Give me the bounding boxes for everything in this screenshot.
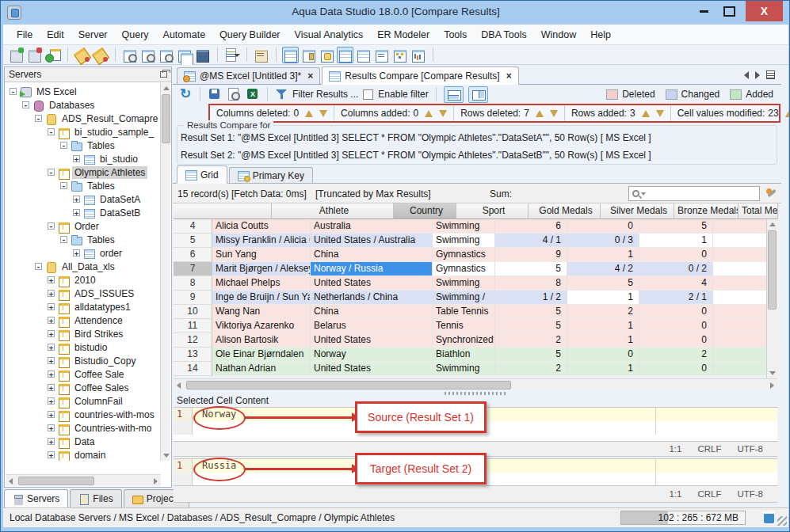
grid-cell[interactable]: 4 / 2	[567, 262, 639, 276]
tree-expander[interactable]: -	[48, 169, 55, 176]
grid-view-icon[interactable]	[282, 47, 299, 63]
menu-item[interactable]: Help	[583, 29, 618, 40]
grid-cell[interactable]: 5	[639, 219, 713, 234]
table-row[interactable]: 7 Marit Bjørgen / Aleksey Ne Norway / Ru…	[174, 262, 777, 276]
grid-cell[interactable]: Swimming	[433, 276, 495, 291]
tree-item[interactable]: + order	[6, 246, 161, 260]
grid-cell[interactable]: Synchronized	[433, 333, 495, 348]
grid-cell[interactable]: 0	[639, 333, 713, 348]
tree-item[interactable]: + Coffee Sales	[6, 381, 161, 394]
document-tab[interactable]: @MS Excel [Untitled 3]* ×	[177, 67, 320, 84]
grid-cell[interactable]: Inge de Bruijn / Sun Yang	[212, 291, 311, 305]
panel-splitter-handle[interactable]	[445, 392, 508, 395]
row-number-cell[interactable]: 11	[174, 319, 212, 333]
tree-item[interactable]: - Tables	[6, 179, 161, 192]
grid-cell[interactable]: United States	[311, 333, 433, 348]
scroll-right-arrow-icon[interactable]	[770, 382, 774, 389]
grid-tab[interactable]: Grid	[177, 165, 227, 184]
tree-expander[interactable]: +	[48, 424, 55, 431]
grid-cell[interactable]: 0 / 2	[639, 262, 713, 276]
scrollbar-thumb[interactable]	[18, 477, 94, 485]
grid-cell[interactable]: Gymnastics	[433, 248, 495, 262]
table-editor-icon[interactable]	[194, 47, 211, 63]
grid-cell[interactable]: Biathlon	[433, 348, 495, 362]
tree-item[interactable]: + Coffee Sale	[6, 367, 161, 381]
column-header[interactable]: Bronze Medals	[674, 203, 738, 219]
tree-expander[interactable]: +	[48, 451, 55, 458]
next-diff-arrow-icon[interactable]	[439, 110, 447, 117]
grid-cell[interactable]: 5	[495, 305, 567, 319]
previous-diff-arrow-icon[interactable]	[642, 110, 650, 117]
grid-cell[interactable]: United States / Australia	[311, 234, 433, 248]
tree-expander[interactable]: +	[73, 155, 80, 162]
table-row[interactable]: 12 Alison Bartosik United States Synchro…	[174, 333, 777, 348]
menu-item[interactable]: Query Builder	[212, 29, 287, 40]
undock-icon[interactable]	[160, 71, 167, 78]
grid-cell[interactable]: 4	[639, 276, 713, 291]
tree-expander[interactable]: -	[35, 263, 42, 270]
minimize-button[interactable]	[692, 1, 716, 21]
tree-item[interactable]: + ADS_ISSUES	[6, 287, 161, 300]
scroll-down-arrow-icon[interactable]	[769, 371, 776, 375]
grid-cell[interactable]: 1	[639, 234, 713, 248]
grid-cell[interactable]: 5	[495, 262, 567, 276]
tree-expander[interactable]: +	[48, 384, 55, 391]
tree-item[interactable]: + alldatatypes1	[6, 300, 161, 314]
resize-grip[interactable]	[777, 516, 787, 526]
grid-cell[interactable]: United States	[311, 276, 433, 291]
grid-cell[interactable]: Sun Yang	[212, 248, 311, 262]
tree-expander[interactable]: -	[10, 88, 17, 95]
grid-cell[interactable]: Netherlands / China	[311, 291, 433, 305]
grid-lines-view-icon[interactable]	[337, 47, 353, 63]
side-panel-view-icon[interactable]	[300, 47, 317, 63]
grid-cell[interactable]: Alicia Coutts	[212, 219, 311, 234]
tree-expander[interactable]: +	[73, 249, 80, 256]
grid-cell[interactable]: Gymnastics	[433, 262, 495, 276]
grid-cell[interactable]: China	[311, 305, 433, 319]
row-number-cell[interactable]: 9	[174, 291, 212, 305]
grid-cell[interactable]: 1	[567, 248, 639, 262]
tree-item[interactable]: + domain	[6, 448, 161, 461]
tree-item[interactable]: - Olympic Athletes	[6, 165, 161, 179]
grid-cell[interactable]: Viktoriya Azarenko	[212, 319, 311, 333]
tree-item[interactable]: + Bird Strikes	[6, 327, 161, 340]
tree-item[interactable]: - Tables	[6, 139, 161, 152]
grid-cell[interactable]: Michael Phelps	[212, 276, 311, 291]
tree-horizontal-scrollbar[interactable]	[6, 474, 161, 486]
column-header[interactable]: Country	[394, 203, 456, 219]
row-number-cell[interactable]: 5	[174, 234, 212, 248]
table-data-search-icon[interactable]	[139, 47, 156, 63]
grid-cell[interactable]: 1	[567, 291, 639, 305]
grid-cell[interactable]: 0	[639, 305, 713, 319]
grid-cell[interactable]: Tennis	[433, 319, 495, 333]
table-row[interactable]: 11 Viktoriya Azarenko Belarus Tennis 5 1…	[174, 319, 777, 333]
close-button[interactable]: X	[746, 1, 783, 21]
grid-cell[interactable]: Norway	[311, 348, 433, 362]
grid-cell[interactable]: 0 / 3	[567, 234, 639, 248]
new-document-icon[interactable]	[223, 47, 240, 63]
tree-expander[interactable]: -	[60, 182, 67, 189]
table-row[interactable]: 4 Alicia Coutts Australia Swimming 6 0 5	[174, 219, 777, 234]
query-builder-icon[interactable]	[158, 47, 174, 63]
search-icon[interactable]	[632, 190, 639, 197]
scrollbar-thumb[interactable]	[162, 94, 170, 143]
row-number-cell[interactable]: 6	[174, 248, 212, 262]
sidebar-tab[interactable]: Files	[70, 489, 121, 507]
table-row[interactable]: 8 Michael Phelps United States Swimming …	[174, 276, 777, 291]
menu-item[interactable]: ER Modeler	[370, 29, 437, 40]
tree-item[interactable]: - Tables	[6, 233, 161, 246]
grid-cell[interactable]: Table Tennis	[433, 305, 495, 319]
tree-item[interactable]: - bi_studio_sample_	[6, 125, 161, 139]
column-header[interactable]: Athlete	[272, 203, 394, 219]
connect-server-icon[interactable]	[44, 47, 61, 63]
grid-cell[interactable]: Australia	[311, 219, 433, 234]
grid-cell[interactable]: Norway / Russia	[311, 262, 433, 276]
sidebar-tab[interactable]: Servers	[4, 489, 68, 507]
menu-item[interactable]: Window	[534, 29, 583, 40]
pivot-view-icon[interactable]	[355, 47, 372, 63]
scroll-up-arrow-icon[interactable]	[769, 222, 776, 226]
menu-item[interactable]: Query	[115, 29, 156, 40]
column-header[interactable]: Gold Medals	[529, 203, 601, 219]
find-icon[interactable]	[227, 87, 241, 101]
row-number-cell[interactable]: 8	[174, 276, 212, 291]
